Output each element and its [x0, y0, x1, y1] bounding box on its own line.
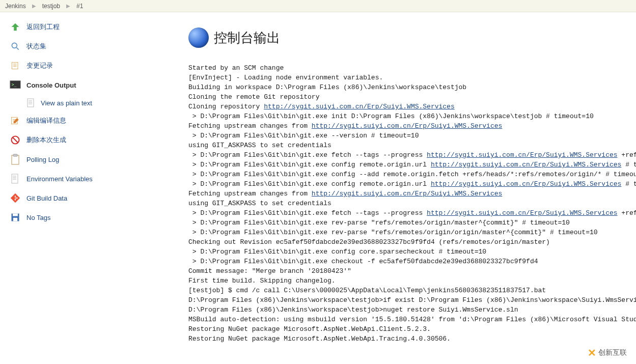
svg-rect-30 — [13, 218, 17, 221]
page-title: 控制台输出 — [214, 29, 280, 47]
up-arrow-icon — [9, 21, 21, 33]
main-content: 控制台输出 Started by an SCM change[EnvInject… — [183, 12, 636, 344]
notepad-pencil-icon — [9, 115, 21, 127]
sidebar-item-env[interactable]: Environment Variables — [0, 169, 183, 188]
sidebar-item-status[interactable]: 状态集 — [0, 37, 183, 56]
sidebar: 返回到工程 状态集 变更记录 >_ Console Output View as… — [0, 12, 183, 344]
sidebar-item-delete[interactable]: 删除本次生成 — [0, 130, 183, 150]
build-status-ball-icon — [188, 27, 209, 48]
breadcrumb: Jenkins ▶ testjob ▶ #1 — [0, 0, 636, 12]
sidebar-item-git[interactable]: Git Build Data — [0, 188, 183, 208]
clipboard-icon — [9, 153, 21, 165]
svg-point-0 — [12, 43, 17, 48]
chevron-right-icon: ▶ — [32, 3, 36, 9]
svg-line-16 — [13, 137, 18, 143]
no-entry-icon — [9, 134, 21, 146]
repo-link[interactable]: http://sygit.suiyi.com.cn/Erp/Suiyi.WMS.… — [312, 122, 502, 130]
repo-link[interactable]: http://sygit.suiyi.com.cn/Erp/Suiyi.WMS.… — [427, 209, 617, 217]
svg-rect-17 — [12, 155, 19, 164]
sidebar-item-edit[interactable]: 编辑编译信息 — [0, 111, 183, 130]
svg-line-1 — [17, 48, 19, 50]
git-icon — [9, 192, 21, 204]
sidebar-item-label: Console Output — [26, 81, 76, 89]
sidebar-item-label: 编辑编译信息 — [26, 116, 66, 125]
svg-rect-19 — [12, 174, 18, 183]
sidebar-item-label: 状态集 — [26, 42, 46, 51]
sidebar-item-polling[interactable]: Polling Log — [0, 150, 183, 169]
search-icon — [9, 40, 21, 52]
breadcrumb-jenkins[interactable]: Jenkins — [5, 3, 26, 10]
sidebar-item-label: Git Build Data — [26, 194, 67, 202]
sidebar-item-label: 返回到工程 — [26, 22, 60, 32]
chevron-right-icon: ▶ — [66, 3, 70, 9]
sidebar-item-back[interactable]: 返回到工程 — [0, 17, 183, 37]
sidebar-item-changes[interactable]: 变更记录 — [0, 56, 183, 75]
repo-link[interactable]: http://sygit.suiyi.com.cn/Erp/Suiyi.WMS.… — [312, 190, 502, 198]
notepad-icon — [9, 60, 21, 72]
sidebar-item-plain[interactable]: View as plain text — [0, 95, 183, 111]
svg-text:>_: >_ — [12, 82, 17, 87]
repo-link[interactable]: http://sygit.suiyi.com.cn/Erp/Suiyi.WMS.… — [431, 161, 621, 169]
breadcrumb-build[interactable]: #1 — [76, 3, 83, 10]
svg-rect-29 — [13, 214, 18, 216]
sidebar-item-notags[interactable]: No Tags — [0, 208, 183, 227]
document-icon — [9, 173, 21, 185]
repo-link[interactable]: http://sygit.suiyi.com.cn/Erp/Suiyi.WMS.… — [427, 151, 617, 159]
console-output: Started by an SCM change[EnvInject] - Lo… — [188, 63, 636, 344]
svg-rect-18 — [13, 154, 17, 156]
breadcrumb-job[interactable]: testjob — [42, 3, 60, 10]
svg-rect-2 — [12, 62, 18, 69]
save-icon — [9, 211, 21, 223]
terminal-icon: >_ — [9, 79, 21, 91]
sidebar-item-label: 变更记录 — [26, 61, 53, 70]
repo-link[interactable]: http://sygit.suiyi.com.cn/Erp/Suiyi.WMS.… — [264, 103, 454, 110]
sidebar-item-label: Polling Log — [26, 156, 59, 163]
sidebar-item-label: No Tags — [26, 214, 50, 221]
sidebar-item-console[interactable]: >_ Console Output — [0, 75, 183, 95]
sidebar-item-label: 删除本次生成 — [26, 135, 66, 145]
sidebar-item-label: View as plain text — [41, 99, 92, 107]
repo-link[interactable]: http://sygit.suiyi.com.cn/Erp/Suiyi.WMS.… — [431, 180, 621, 188]
sidebar-item-label: Environment Variables — [26, 175, 93, 183]
svg-rect-8 — [27, 99, 34, 107]
document-icon — [26, 98, 36, 107]
